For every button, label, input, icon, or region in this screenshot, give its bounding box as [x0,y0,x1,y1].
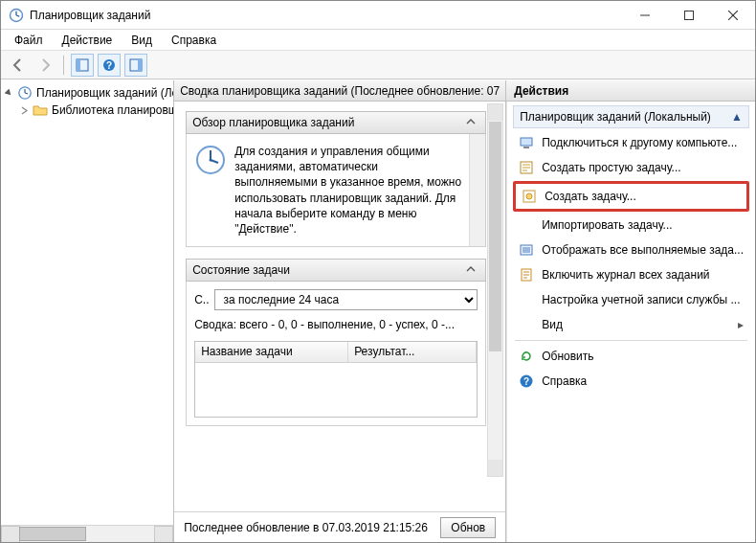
col-result[interactable]: Результат... [348,342,477,362]
action-refresh[interactable]: Обновить [513,344,749,369]
settings-icon [519,292,534,307]
center-header: Сводка планировщика заданий (Последнее о… [174,80,505,102]
show-hide-tree-button[interactable] [71,54,94,77]
status-prefix: С.. [194,293,209,306]
scheduler-tree: Планировщик заданий (Лок Библиотека план… [1,80,173,525]
action-view-label: Вид [542,318,563,331]
action-connect-label: Подключиться к другому компьюте... [542,136,737,149]
actions-pane: Действия Планировщик заданий (Локальный)… [506,80,755,542]
svg-point-19 [210,159,212,162]
menu-action[interactable]: Действие [55,32,121,49]
refresh-button[interactable]: Обнов [440,517,496,538]
view-icon [519,317,534,332]
svg-rect-4 [685,11,694,19]
triangle-up-icon: ▲ [731,110,743,124]
action-create-task[interactable]: Создать задачу... [516,184,746,209]
center-header-text: Сводка планировщика заданий (Последнее о… [180,84,500,98]
tree-root[interactable]: Планировщик заданий (Лок [3,84,171,102]
action-account-settings[interactable]: Настройка учетной записи службы ... [513,287,749,312]
tree-hscrollbar[interactable] [1,525,173,542]
folder-icon [33,102,48,118]
overview-panel-body: Для создания и управления общими задания… [186,134,486,247]
show-hide-action-pane-button[interactable] [124,54,147,77]
svg-text:?: ? [106,60,112,71]
toolbar-separator [63,56,64,75]
clock-icon [17,85,33,101]
menubar: Файл Действие Вид Справка [1,30,755,51]
col-task-name[interactable]: Название задачи [195,342,348,362]
action-help-label: Справка [542,374,587,388]
menu-help[interactable]: Справка [164,32,224,49]
highlight-create-task: Создать задачу... [513,181,749,212]
nav-back-button[interactable] [7,54,30,77]
center-footer: Последнее обновление в 07.03.2019 21:15:… [174,511,505,542]
menu-view[interactable]: Вид [123,32,160,49]
action-enable-history-label: Включить журнал всех заданий [542,268,709,282]
tree-library-label: Библиотека планировщ [52,103,173,117]
overview-panel-header[interactable]: Обзор планировщика заданий [186,111,486,134]
tree-expand-icon[interactable] [20,106,29,115]
last-update-text: Последнее обновление в 07.03.2019 21:15:… [184,521,433,534]
action-view[interactable]: Вид ▸ [513,312,749,337]
titlebar: Планировщик заданий [1,1,755,30]
action-import-task[interactable]: Импортировать задачу... [513,213,749,238]
actions-body: Планировщик заданий (Локальный) ▲ Подклю… [506,102,755,542]
window-title: Планировщик заданий [30,9,150,22]
svg-text:?: ? [523,376,529,387]
tree-collapse-icon[interactable] [5,89,13,98]
svg-rect-12 [138,59,142,71]
tree-root-label: Планировщик заданий (Лок [36,86,173,100]
actions-header: Действия [506,80,755,102]
action-help[interactable]: ? Справка [513,369,749,394]
action-show-running[interactable]: Отображать все выполняемые зада... [513,238,749,262]
center-body: Обзор планировщика заданий Для создания … [174,102,505,511]
action-create-basic-label: Создать простую задачу... [542,161,680,174]
action-show-running-label: Отображать все выполняемые зада... [542,243,744,257]
help-button[interactable]: ? [98,54,121,77]
actions-subheader[interactable]: Планировщик заданий (Локальный) ▲ [513,105,749,128]
minimize-button[interactable] [623,1,667,30]
status-summary: Сводка: всего - 0, 0 - выполнение, 0 - у… [194,318,478,331]
svg-rect-20 [521,138,532,146]
svg-rect-21 [523,147,529,148]
actions-subtitle: Планировщик заданий (Локальный) [520,110,711,124]
action-create-task-label: Создать задачу... [545,190,636,203]
status-panel-header[interactable]: Состояние задачи [186,259,486,282]
tree-pane: Планировщик заданий (Лок Библиотека план… [1,80,174,542]
status-title: Состояние задачи [192,263,290,277]
maximize-button[interactable] [667,1,711,30]
svg-rect-8 [77,59,80,71]
help-icon: ? [519,373,534,389]
task-table: Название задачи Результат... [194,341,478,418]
wizard-icon [519,160,534,175]
overview-vscrollbar[interactable] [469,134,485,246]
chevron-up-icon [462,263,479,278]
tree-library[interactable]: Библиотека планировщ [3,102,171,119]
center-pane: Сводка планировщика заданий (Последнее о… [174,80,506,542]
svg-point-24 [526,193,532,199]
center-vscrollbar[interactable] [487,103,503,477]
actions-separator [515,340,747,341]
close-button[interactable] [711,1,755,30]
status-panel-body: С.. за последние 24 часа Сводка: всего -… [186,282,486,426]
chevron-right-icon: ▸ [738,318,744,331]
nav-forward-button[interactable] [33,54,56,77]
actions-title: Действия [514,84,568,98]
action-refresh-label: Обновить [542,350,593,363]
history-icon [519,267,534,283]
toolbar: ? [1,51,755,79]
action-enable-history[interactable]: Включить журнал всех заданий [513,262,749,287]
overview-text: Для создания и управления общими задания… [234,144,461,237]
action-create-basic-task[interactable]: Создать простую задачу... [513,155,749,180]
action-connect[interactable]: Подключиться к другому компьюте... [513,130,749,155]
main-area: Планировщик заданий (Лок Библиотека план… [1,79,755,542]
running-tasks-icon [519,242,534,258]
large-clock-icon [194,144,227,237]
status-period-select[interactable]: за последние 24 часа [214,289,478,310]
computer-icon [519,135,534,150]
chevron-up-icon [462,116,479,130]
menu-file[interactable]: Файл [7,32,51,49]
task-icon [522,189,537,204]
action-account-settings-label: Настройка учетной записи службы ... [542,293,740,306]
task-table-header: Название задачи Результат... [195,342,477,363]
